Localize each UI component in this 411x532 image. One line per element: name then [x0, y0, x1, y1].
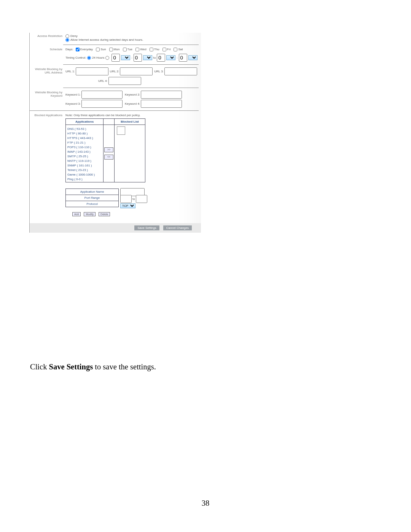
- app-list-item[interactable]: SMTP ( 25-25 ): [67, 155, 101, 158]
- app-list-item[interactable]: Game ( 1000-1000 ): [67, 173, 101, 176]
- allow-label: Allow Internet access during selected da…: [70, 38, 143, 42]
- app-list-item[interactable]: HTTP ( 80-80 ): [67, 132, 101, 135]
- app-list-item[interactable]: DNS ( 53-53 ): [67, 127, 101, 131]
- hour-to-select[interactable]: [166, 55, 175, 60]
- hour-to[interactable]: [157, 54, 165, 62]
- port-from-input[interactable]: [120, 195, 132, 203]
- app-list-item[interactable]: POP3 ( 110-110 ): [67, 145, 101, 149]
- kw1-label: Keyword 1:: [65, 93, 81, 96]
- day-wed[interactable]: Wed: [134, 48, 147, 51]
- blocked-header: Blocked List: [115, 119, 145, 125]
- app-list-item[interactable]: Telnet ( 23-23 ): [67, 168, 101, 172]
- move-right-button[interactable]: >>: [104, 147, 113, 152]
- deny-option[interactable]: Deny: [65, 34, 78, 38]
- deny-label: Deny: [70, 34, 78, 38]
- hour-from-select[interactable]: [121, 55, 130, 60]
- url4-label: URL 4:: [98, 79, 108, 83]
- page-number: 38: [0, 499, 411, 508]
- url3-input[interactable]: [164, 67, 197, 75]
- kw3-input[interactable]: [81, 100, 123, 108]
- day-sun[interactable]: Sun: [94, 48, 107, 51]
- min-to-select[interactable]: [188, 55, 198, 60]
- url3-label: URL 3:: [154, 70, 164, 73]
- url4-input[interactable]: [108, 77, 141, 85]
- protocol-select[interactable]: TCP: [120, 203, 135, 208]
- delete-button[interactable]: Delete: [99, 212, 110, 216]
- kw2-label: Keyword 2:: [125, 93, 140, 96]
- section-schedule: Schedule: [30, 46, 65, 51]
- url2-label: URL 2:: [110, 70, 119, 73]
- section-keyword-block: Website Blocking by Keyword: [30, 89, 65, 97]
- min-from-select[interactable]: [143, 55, 152, 60]
- section-access-restriction: Access Restriction: [30, 33, 65, 38]
- min-to[interactable]: [179, 54, 187, 62]
- day-tue[interactable]: Tue: [121, 48, 134, 51]
- kw1-input[interactable]: [81, 91, 123, 99]
- app-list-item[interactable]: FTP ( 21-21 ): [67, 141, 101, 144]
- timing-24h[interactable]: 24 Hours: [87, 56, 104, 60]
- section-blocked-apps: Blocked Applications: [30, 112, 65, 117]
- app-form: Application Name Port Range Protocol: [65, 189, 119, 207]
- app-name-label: Application Name: [66, 189, 119, 195]
- blocked-list[interactable]: [115, 125, 145, 182]
- days-label: Days:: [65, 48, 73, 51]
- day-everyday[interactable]: Everyday: [74, 48, 94, 51]
- protocol-label: Protocol: [66, 201, 119, 207]
- url1-input[interactable]: [76, 67, 108, 75]
- add-button[interactable]: Add: [72, 212, 81, 216]
- save-settings-button[interactable]: Save Settings: [134, 225, 159, 230]
- allow-option[interactable]: Allow Internet access during selected da…: [65, 38, 143, 42]
- doc-caption: Click Save Settings to save the settings…: [30, 363, 156, 371]
- day-mon[interactable]: Mon: [108, 48, 121, 51]
- timing-label: Timing Control:: [65, 56, 86, 59]
- kw4-input[interactable]: [141, 100, 182, 108]
- app-list-item[interactable]: SNMP ( 161-161 ): [67, 164, 101, 167]
- url2-input[interactable]: [120, 67, 153, 75]
- app-list-item[interactable]: IMAP ( 143-143 ): [67, 150, 101, 153]
- port-to-input[interactable]: [136, 195, 147, 203]
- day-sat[interactable]: Sat: [172, 48, 183, 51]
- applications-list[interactable]: DNS ( 53-53 )HTTP ( 80-80 )HTTPS ( 443-4…: [66, 125, 102, 182]
- day-fri[interactable]: Fri: [161, 48, 171, 51]
- cancel-changes-button[interactable]: Cancel Changes: [163, 225, 192, 230]
- app-list-item[interactable]: NNTP ( 119-119 ): [67, 159, 101, 163]
- kw3-label: Keyword 3:: [65, 102, 81, 105]
- kw2-input[interactable]: [141, 91, 182, 99]
- apps-table: Applications Blocked List DNS ( 53-53 )H…: [65, 118, 145, 182]
- modify-button[interactable]: Modify: [84, 212, 96, 216]
- move-left-button[interactable]: <<: [104, 155, 113, 160]
- day-thu[interactable]: Thu: [148, 48, 160, 51]
- timing-custom[interactable]: [105, 56, 110, 60]
- kw4-label: Keyword 4:: [125, 102, 140, 105]
- hour-from[interactable]: [112, 54, 120, 62]
- footer-bar: Save Settings Cancel Changes: [30, 223, 201, 233]
- url1-label: URL 1:: [65, 70, 75, 73]
- apps-note: Note: Only three applications can be blo…: [65, 113, 199, 117]
- section-url-block: Website Blocking by URL Address: [30, 66, 65, 74]
- port-range-label: Port Range: [66, 195, 119, 201]
- app-list-item[interactable]: HTTPS ( 443-443 ): [67, 136, 101, 140]
- app-list-item[interactable]: Ping ( 0-0 ): [67, 177, 101, 181]
- min-from[interactable]: [134, 54, 142, 62]
- apps-header: Applications: [66, 119, 104, 125]
